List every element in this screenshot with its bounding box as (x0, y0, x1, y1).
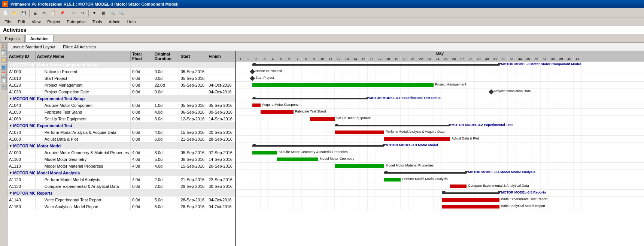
menu-admin[interactable]: Admin (106, 19, 123, 25)
menu-edit[interactable]: Edit (15, 19, 28, 25)
gantt-grid-cell (302, 190, 310, 196)
gantt-grid-cell (244, 116, 252, 122)
gantt-grid-cell (252, 129, 261, 135)
gantt-grid-cell (335, 68, 343, 75)
cell-actname: Compare Experimental & Analytical Data (36, 183, 131, 189)
gantt-grid-cell (532, 156, 541, 162)
gantt-grid-cell (359, 102, 368, 108)
gantt-grid-cell (491, 75, 499, 81)
grid-row[interactable]: A1100Model Motor Geometry4.0d5.0d08-Sep-… (7, 156, 235, 163)
grid-row[interactable]: A1110Model Motor Material Properties4.0d… (7, 163, 235, 170)
gantt-grid-cell (491, 82, 499, 88)
gantt-grid-cell (359, 183, 368, 189)
gantt-bar (335, 164, 384, 168)
gantt-grid-cell (549, 68, 557, 75)
cell-origdur: 3.0d (153, 149, 179, 156)
gantt-grid-cell (294, 136, 302, 142)
gantt-grid-cell (516, 122, 524, 129)
grid-row[interactable]: A1030Project Completion Date0.0d0.0d04-O… (7, 88, 235, 95)
gantt-grid-cell (483, 82, 491, 88)
grid-row[interactable]: A1040Acquire Motor Component0.0d1.0d05-S… (7, 102, 235, 109)
sidebar-folder-icon[interactable]: 📁 (1, 57, 7, 63)
menu-file[interactable]: File (1, 19, 14, 25)
gantt-grid-cell (508, 149, 516, 156)
toolbar-redo[interactable]: ↪ (79, 9, 87, 17)
toolbar-filter[interactable]: ▼ (90, 9, 98, 17)
gantt-grid-cell (359, 68, 368, 75)
grid-row[interactable]: A1020Project Management0.0d22.0d05-Sep-2… (7, 82, 235, 88)
gantt-grid-cell (425, 102, 434, 108)
cell-start: 21-Sep-2016 (179, 176, 207, 183)
grid-row[interactable]: A1120Perform Model Modal Analysis4.0d2.0… (7, 176, 235, 183)
toolbar-undo[interactable]: ↩ (70, 9, 78, 17)
cell-float: 0.0d (131, 116, 153, 122)
gantt-grid-cell (302, 129, 310, 135)
tab-activities[interactable]: Activities (25, 35, 54, 42)
gantt-grid-cell (541, 183, 549, 189)
cell-start (179, 170, 207, 176)
gantt-grid-cell (368, 136, 376, 142)
toolbar-columns[interactable]: ▦ (99, 9, 107, 17)
toolbar-paste[interactable]: 📌 (58, 9, 66, 17)
cell-finish: 20-Sep-2016 (207, 163, 235, 169)
gantt-grid-cell (384, 203, 392, 210)
gantt-grid-cell (409, 75, 417, 81)
sidebar-calendar-icon[interactable]: 📅 (1, 70, 7, 76)
grid-row[interactable]: ▼MOTOR MODEL-3Motor Stator Component Mod… (7, 62, 235, 68)
toolbar-zoom-out[interactable]: 🔍 (117, 9, 125, 17)
grid-row[interactable]: ▼MOTOR MODEL-3.1Experimental Test Setup (7, 95, 235, 102)
grid-row[interactable]: A1010Start Project0.0d0.0d05-Sep-2016 (7, 75, 235, 82)
grid-row[interactable]: ▼MOTOR MODEL-3.5Reports (7, 190, 235, 196)
menu-project[interactable]: Project (44, 19, 63, 25)
menu-help[interactable]: Help (124, 19, 139, 25)
toolbar-save[interactable]: 💾 (19, 9, 28, 17)
gantt-grid-cell (409, 156, 417, 162)
gantt-grid-cell (549, 203, 557, 210)
grid-row[interactable]: A1090Acquire Motor Geometry & Material P… (7, 149, 235, 156)
grid-row[interactable]: ▼MOTOR MODEL-3.4Model Modal Analysis (7, 170, 235, 176)
sidebar-tools-icon[interactable]: 🔧 (1, 84, 7, 90)
grid-row[interactable]: A1000Notice to Proceed0.0d0.0d05-Sep-201… (7, 68, 235, 75)
gantt-grid-cell (450, 129, 458, 135)
gantt-grid-cell (491, 116, 499, 122)
grid-row[interactable]: ▼MOTOR MODEL-3.3Motor Model (7, 142, 235, 149)
menu-enterprise[interactable]: Enterprise (64, 19, 89, 25)
sidebar-home-icon[interactable]: 🏠 (1, 44, 7, 50)
cell-float (131, 190, 153, 196)
gantt-grid-cell (368, 176, 376, 183)
grid-row[interactable]: A1050Fabricate Test Stand0.0d4.0d06-Sep-… (7, 109, 235, 116)
gantt-grid-cell (491, 136, 499, 142)
grid-row[interactable]: A1130Compare Experimental & Analytical D… (7, 183, 235, 190)
toolbar-cut[interactable]: ✂ (40, 9, 48, 17)
gantt-grid-cell (252, 170, 261, 176)
gantt-grid-cell (434, 183, 442, 189)
toolbar-open[interactable]: 📂 (10, 9, 19, 17)
cell-start: 05-Sep-2016 (179, 149, 207, 156)
gantt-day-13: 13 (343, 56, 351, 61)
gantt-grid-cell (409, 102, 417, 108)
gantt-grid-cell (376, 190, 384, 196)
sidebar-chart-icon[interactable]: 📊 (1, 50, 7, 56)
grid-row[interactable]: A1060Set Up Test Equipment0.0d3.0d12-Sep… (7, 116, 235, 122)
grid-row[interactable]: A1150Write Analytical Model Report0.0d5.… (7, 203, 235, 210)
toolbar-zoom-in[interactable]: 🔍 (108, 9, 116, 17)
toolbar-new[interactable]: 📄 (1, 9, 10, 17)
grid-row[interactable]: A1070Perform Modal Analysis & Acquire Da… (7, 129, 235, 136)
cell-float (131, 170, 153, 176)
gantt-grid-cell (401, 149, 409, 156)
toolbar-copy[interactable]: 📋 (49, 9, 57, 17)
gantt-grid-cell (368, 196, 376, 203)
menu-view[interactable]: View (29, 19, 44, 25)
grid-row[interactable]: ▼MOTOR MODEL-3.2Experimental Test (7, 122, 235, 129)
gantt-grid-cell (483, 149, 491, 156)
menu-tools[interactable]: Tools (89, 19, 105, 25)
tab-projects[interactable]: Projects (0, 35, 25, 42)
toolbar-print[interactable]: 🖨 (31, 9, 39, 17)
sidebar-people-icon[interactable]: 👥 (1, 64, 7, 70)
grid-row[interactable]: A1140Write Experimental Test Report0.0d5… (7, 196, 235, 203)
gantt-grid-cell (467, 75, 475, 81)
gantt-day-36: 36 (532, 56, 541, 61)
grid-row[interactable]: A1080Adjust Data & Plot0.0d6.0d21-Sep-20… (7, 136, 235, 142)
activities-header: Activities (0, 26, 644, 34)
sidebar-report-icon[interactable]: 📄 (1, 77, 7, 83)
